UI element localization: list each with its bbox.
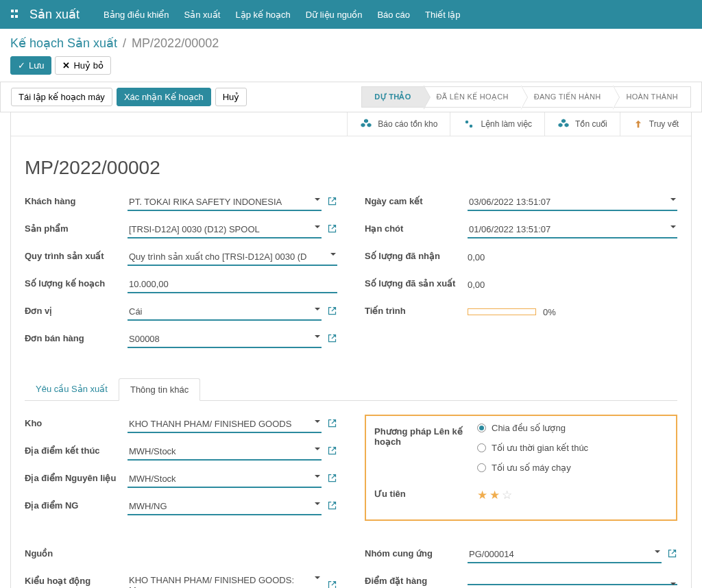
- so-label: Đơn bán hàng: [25, 330, 128, 343]
- product-value: [TRSI-D12A] 0030 (D12) SPOOL: [129, 224, 260, 234]
- warehouse-field[interactable]: KHO THANH PHAM/ FINISHED GOODS: [128, 416, 322, 433]
- radio-dot-icon: [477, 463, 486, 472]
- status-progress[interactable]: ĐANG TIẾN HÀNH: [522, 86, 614, 108]
- confirm-plan-button[interactable]: Xác nhận Kế hoạch: [117, 88, 211, 106]
- procurement-group-label: Nhóm cung ứng: [365, 545, 468, 559]
- external-link-icon[interactable]: [327, 445, 337, 458]
- external-link-icon[interactable]: [327, 418, 337, 430]
- cancel-button[interactable]: Huỷ: [215, 88, 247, 106]
- radio-optimize-machines[interactable]: Tối ưu số máy chạy: [477, 463, 571, 473]
- caret-down-icon: [315, 308, 320, 310]
- breadcrumb-parent[interactable]: Kế hoạch Sản xuất: [10, 36, 117, 51]
- operation-type-field[interactable]: KHO THANH PHAM/ FINISHED GOODS: Manu: [128, 572, 322, 588]
- close-icon: ✕: [62, 60, 70, 71]
- stat-trace[interactable]: Truy vết: [620, 112, 691, 136]
- status-draft[interactable]: DỰ THẢO: [361, 86, 424, 108]
- cubes-icon: [360, 118, 372, 130]
- stat-trace-label: Truy vết: [649, 119, 679, 129]
- stat-final-stock[interactable]: Tồn cuối: [544, 112, 620, 136]
- priority-label: Ưu tiên: [374, 485, 477, 499]
- external-link-icon[interactable]: [327, 196, 337, 208]
- external-link-icon[interactable]: [327, 500, 337, 513]
- raw-loc-field[interactable]: MWH/Stock: [128, 471, 322, 488]
- product-label: Sản phẩm: [25, 220, 128, 234]
- external-link-icon[interactable]: [667, 548, 677, 561]
- radio-optimize-machines-label: Tối ưu số máy chạy: [492, 463, 571, 473]
- caret-down-icon: [315, 502, 320, 505]
- deadline-field[interactable]: 01/06/2022 13:51:07: [468, 221, 677, 238]
- caret-down-icon: [670, 583, 676, 585]
- caret-down-icon: [315, 420, 320, 423]
- nav-manufacture[interactable]: Sản xuất: [184, 10, 221, 20]
- gears-icon: [463, 118, 475, 130]
- apps-icon[interactable]: [10, 9, 21, 20]
- customer-label: Khách hàng: [25, 193, 128, 206]
- orderpoint-field[interactable]: [468, 578, 677, 585]
- source-label: Nguồn: [25, 545, 128, 559]
- status-planned[interactable]: ĐÃ LÊN KẾ HOẠCH: [424, 86, 522, 108]
- stat-inventory-report-label: Báo cáo tồn kho: [378, 119, 437, 129]
- star-icon[interactable]: ☆: [502, 488, 512, 502]
- procurement-group-field[interactable]: PG/000014: [468, 546, 662, 563]
- nav-dashboard[interactable]: Bảng điều khiển: [104, 10, 169, 20]
- deadline-label: Hạn chót: [365, 220, 468, 234]
- commit-date-field[interactable]: 03/06/2022 13:51:07: [468, 194, 677, 211]
- app-name: Sản xuất: [29, 7, 80, 22]
- ng-loc-field[interactable]: MWH/NG: [128, 498, 322, 515]
- product-field[interactable]: [TRSI-D12A] 0030 (D12) SPOOL: [128, 221, 322, 238]
- stat-work-order[interactable]: Lệnh làm việc: [450, 112, 544, 136]
- star-icon[interactable]: ★: [477, 488, 487, 502]
- produced-qty-value: 0,00: [468, 280, 485, 290]
- uom-label: Đơn vị: [25, 302, 128, 316]
- orderpoint-label: Điểm đặt hàng: [365, 572, 468, 586]
- star-icon[interactable]: ★: [489, 488, 500, 502]
- raw-loc-value: MWH/Stock: [129, 474, 176, 484]
- planning-method-box: Phương pháp Lên kế hoạch Chia đều số lượ…: [365, 415, 677, 521]
- discard-button[interactable]: ✕Huỷ bỏ: [55, 56, 110, 75]
- status-done[interactable]: HOÀN THÀNH: [614, 86, 691, 108]
- warehouse-label: Kho: [25, 415, 128, 428]
- routing-field[interactable]: Quy trình sản xuất cho [TRSI-D12A] 0030 …: [128, 249, 337, 266]
- external-link-icon[interactable]: [327, 223, 337, 236]
- so-field[interactable]: S00008: [128, 331, 322, 348]
- dest-loc-field[interactable]: MWH/Stock: [128, 443, 322, 461]
- external-link-icon[interactable]: [327, 580, 337, 588]
- check-icon: ✓: [18, 60, 25, 71]
- tab-other-info[interactable]: Thông tin khác: [119, 378, 200, 401]
- nav-config[interactable]: Thiết lập: [425, 10, 460, 20]
- nav-reports[interactable]: Báo cáo: [377, 10, 410, 20]
- priority-stars[interactable]: ★★☆: [477, 488, 512, 502]
- external-link-icon[interactable]: [327, 333, 337, 345]
- qty-label: Số lượng kế hoạch: [25, 275, 128, 289]
- save-button[interactable]: ✓Lưu: [10, 56, 51, 75]
- customer-value: PT. TOKAI RIKA SAFETY INDONESIA: [129, 197, 282, 207]
- radio-equal-qty[interactable]: Chia đều số lượng: [477, 423, 566, 433]
- caret-down-icon: [315, 198, 320, 201]
- commit-date-value: 03/06/2022 13:51:07: [469, 197, 550, 207]
- stat-inventory-report[interactable]: Báo cáo tồn kho: [347, 112, 450, 136]
- caret-down-icon: [315, 335, 320, 338]
- qty-field[interactable]: 10.000,00: [128, 276, 337, 293]
- tab-production-request[interactable]: Yêu cầu Sản xuất: [25, 378, 119, 401]
- dest-loc-label: Địa điểm kết thúc: [25, 442, 128, 456]
- nav-masterdata[interactable]: Dữ liệu nguồn: [306, 10, 363, 20]
- raw-loc-label: Địa điểm Nguyên liệu: [25, 469, 128, 483]
- nav-planning[interactable]: Lập kế hoạch: [235, 10, 290, 20]
- caret-down-icon: [315, 448, 320, 450]
- ng-loc-value: MWH/NG: [129, 501, 167, 511]
- external-link-icon[interactable]: [327, 473, 337, 485]
- radio-optimize-time[interactable]: Tối ưu thời gian kết thúc: [477, 443, 588, 453]
- dest-loc-value: MWH/Stock: [129, 446, 176, 456]
- routing-value: Quy trình sản xuất cho [TRSI-D12A] 0030 …: [129, 252, 307, 262]
- replan-button[interactable]: Tái lập kế hoạch máy: [11, 88, 112, 106]
- routing-label: Quy trình sản xuất: [25, 247, 128, 261]
- customer-field[interactable]: PT. TOKAI RIKA SAFETY INDONESIA: [128, 194, 322, 211]
- deadline-value: 01/06/2022 13:51:07: [469, 224, 550, 234]
- procurement-group-value: PG/000014: [469, 549, 514, 559]
- svg-point-1: [470, 125, 473, 128]
- breadcrumb: Kế hoạch Sản xuất / MP/2022/00002: [0, 29, 702, 56]
- caret-down-icon: [315, 576, 320, 579]
- external-link-icon[interactable]: [327, 306, 337, 318]
- progress-percent: 0%: [543, 307, 556, 317]
- uom-field[interactable]: Cái: [128, 304, 322, 321]
